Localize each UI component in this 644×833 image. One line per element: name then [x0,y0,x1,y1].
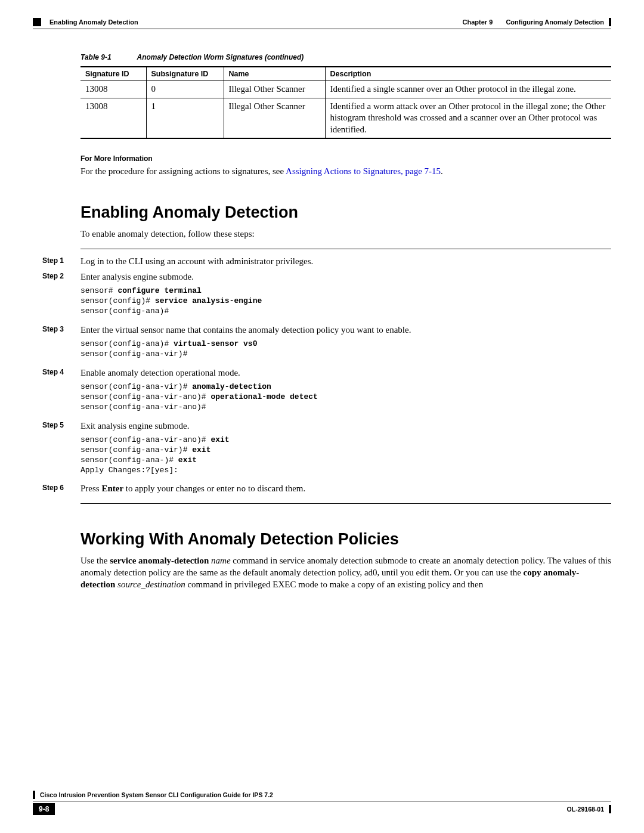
step-body: Enter analysis engine submode. sensor# c… [80,271,611,320]
more-info-text: For the procedure for assigning actions … [80,165,611,177]
section1-intro: To enable anomaly detection, follow thes… [80,228,611,240]
code-pre: sensor(config-ana)# [80,306,169,315]
footer-guide-title: Cisco Intrusion Prevention System Sensor… [40,791,273,798]
page-footer: Cisco Intrusion Prevention System Sensor… [33,791,611,815]
code-bold: configure terminal [117,286,201,295]
table-caption-text: Anomaly Detection Worm Signatures (conti… [137,53,304,61]
code-bold: operational-mode detect [210,392,317,401]
running-header: Enabling Anomaly Detection Chapter 9 Con… [33,18,611,26]
step-mono: no [237,485,246,494]
step-text: Enter analysis engine submode. [80,271,611,283]
step-label: Step 4 [42,367,70,416]
step-3: Step 3 Enter the virtual sensor name tha… [42,324,611,363]
steps-top-rule [80,249,611,249]
page-number: 9-8 [33,803,55,815]
header-left: Enabling Anomaly Detection [33,18,138,26]
step-body: Enter the virtual sensor name that conta… [80,324,611,363]
footer-bottom-row: 9-8 OL-29168-01 [33,803,611,815]
content-area: Table 9-1 Anomaly Detection Worm Signatu… [80,53,611,177]
header-bar-icon [609,18,611,26]
code-pre: sensor(config)# [80,296,155,305]
step-label: Step 3 [42,324,70,363]
header-right: Chapter 9 Configuring Anomaly Detection [463,18,611,26]
steps-bottom-rule [80,503,611,504]
code-bold: exit [192,445,210,454]
step-body: Press Enter to apply your changes or ent… [80,482,611,495]
col-name: Name [224,67,325,81]
more-info-before: For the procedure for assigning actions … [80,166,286,176]
footer-right: OL-29168-01 [567,805,611,813]
step-text: Enter the virtual sensor name that conta… [80,324,611,336]
cell-subsigid: 1 [146,98,224,138]
step-text-frag: to apply your changes or enter [123,484,237,493]
step-body: Enable anomaly detection operational mod… [80,367,611,416]
more-info-heading: For More Information [80,154,611,163]
step-text-frag: to discard them. [246,484,305,493]
header-chapter-label: Chapter 9 [463,18,493,26]
col-desc: Description [325,67,611,81]
step-label: Step 5 [42,420,70,479]
code-pre: sensor(config-ana-vir)# [80,349,187,358]
para-frag: command in privileged EXEC mode to make … [185,580,483,589]
code-pre: sensor# [80,286,117,295]
step-label: Step 2 [42,271,70,320]
code-pre: sensor(config-ana-)# [80,456,178,465]
step-text: Log in to the CLI using an account with … [80,255,611,267]
step-1: Step 1 Log in to the CLI using an accoun… [42,255,611,267]
col-subsigid: Subsignature ID [146,67,224,81]
cell-desc: Identified a single scanner over an Othe… [325,81,611,98]
code-bold: exit [210,435,229,444]
footer-divider [33,801,611,801]
xref-link[interactable]: Assigning Actions to Signatures, page 7-… [286,166,441,176]
table-header-row: Signature ID Subsignature ID Name Descri… [80,67,611,81]
code-pre: sensor(config-ana-vir-ano)# [80,435,210,444]
footer-bar-icon [609,805,611,813]
steps-list: Step 1 Log in to the CLI using an accoun… [42,255,611,495]
steps-container: Step 1 Log in to the CLI using an accoun… [80,249,611,504]
code-bold: exit [178,456,197,465]
table-caption: Table 9-1 Anomaly Detection Worm Signatu… [80,53,611,61]
code-block: sensor# configure terminal sensor(config… [80,286,611,317]
step-label: Step 1 [42,255,70,267]
more-info-after: . [441,166,443,176]
step-5: Step 5 Exit analysis engine submode. sen… [42,420,611,479]
code-pre: sensor(config-ana)# [80,339,174,348]
step-2: Step 2 Enter analysis engine submode. se… [42,271,611,320]
table-label: Table 9-1 [80,53,112,61]
cell-sigid: 13008 [80,98,146,138]
step-bold: Enter [101,484,123,493]
code-bold: service analysis-engine [155,296,262,305]
code-block: sensor(config-ana-vir-ano)# exit sensor(… [80,435,611,476]
section-title-enabling: Enabling Anomaly Detection [80,203,611,222]
para-italic: name [211,556,231,565]
code-block: sensor(config-ana-vir)# anomaly-detectio… [80,382,611,413]
table-row: 13008 1 Illegal Other Scanner Identified… [80,98,611,138]
code-pre: Apply Changes:?[yes]: [80,466,178,475]
step-label: Step 6 [42,482,70,495]
step-6: Step 6 Press Enter to apply your changes… [42,482,611,495]
code-pre: sensor(config-ana-vir-ano)# [80,402,206,411]
header-divider [33,29,611,29]
step-text: Enable anomaly detection operational mod… [80,367,611,379]
step-4: Step 4 Enable anomaly detection operatio… [42,367,611,416]
code-pre: sensor(config-ana-vir)# [80,382,192,391]
cell-sigid: 13008 [80,81,146,98]
code-pre: sensor(config-ana-vir-ano)# [80,392,210,401]
section-title-working: Working With Anomaly Detection Policies [80,530,611,549]
step-body: Exit analysis engine submode. sensor(con… [80,420,611,479]
header-section-label: Enabling Anomaly Detection [49,18,138,26]
section1-body: To enable anomaly detection, follow thes… [80,228,611,240]
footer-bar-icon [33,791,35,799]
step-text-frag: Press [80,484,101,493]
code-bold: anomaly-detection [192,382,271,391]
header-chapter-title: Configuring Anomaly Detection [506,18,604,26]
step-text: Exit analysis engine submode. [80,420,611,432]
para-bold: service anomaly-detection [110,556,209,565]
header-square-icon [33,18,41,26]
signatures-table: Signature ID Subsignature ID Name Descri… [80,66,611,139]
section2-body: Use the service anomaly-detection name c… [80,555,611,591]
section2-para: Use the service anomaly-detection name c… [80,555,611,591]
footer-doc-id: OL-29168-01 [567,806,604,813]
code-pre: sensor(config-ana-vir)# [80,445,192,454]
cell-desc: Identified a worm attack over an Other p… [325,98,611,138]
